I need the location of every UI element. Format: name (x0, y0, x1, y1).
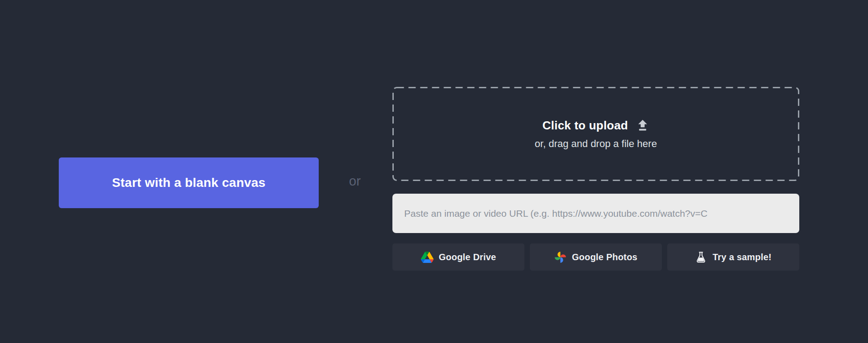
or-divider-label: or (337, 173, 373, 189)
upload-screen: Start with a blank canvas or Click to up… (0, 0, 868, 343)
dashed-border (392, 87, 799, 181)
url-input[interactable] (392, 194, 799, 233)
google-drive-label: Google Drive (439, 252, 496, 262)
try-sample-button[interactable]: Try a sample! (667, 243, 799, 271)
start-blank-canvas-button[interactable]: Start with a blank canvas (59, 157, 319, 208)
google-photos-label: Google Photos (572, 252, 637, 262)
google-photos-button[interactable]: Google Photos (530, 243, 662, 271)
try-sample-label: Try a sample! (712, 252, 771, 262)
start-blank-canvas-label: Start with a blank canvas (112, 176, 266, 190)
google-drive-icon (421, 252, 434, 263)
import-options-row: Google Drive Google Photos (392, 243, 799, 271)
flask-icon (695, 251, 707, 263)
google-drive-button[interactable]: Google Drive (392, 243, 524, 271)
google-photos-icon (554, 251, 566, 263)
upload-dropzone[interactable]: Click to upload or, drag and drop a file… (392, 87, 799, 181)
